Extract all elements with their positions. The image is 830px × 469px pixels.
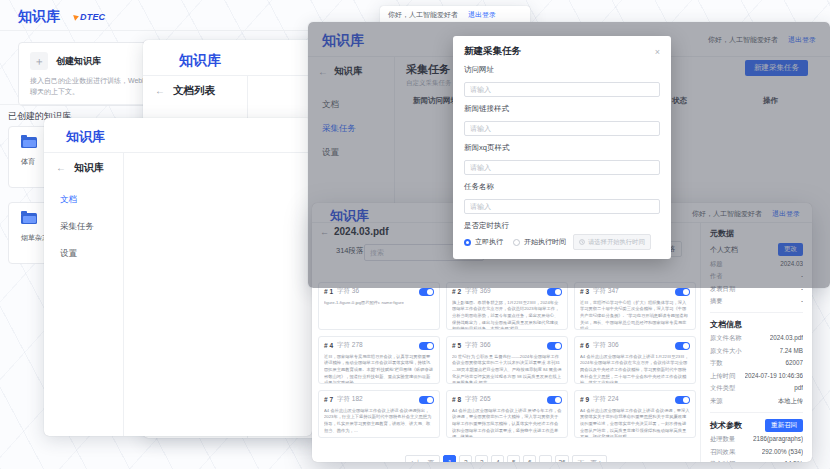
segment-chars: 字符 278 bbox=[337, 341, 419, 350]
schedule-label: 是否定时执行 bbox=[464, 221, 660, 231]
close-icon[interactable]: × bbox=[655, 47, 660, 57]
field-input-task-name[interactable] bbox=[464, 199, 660, 214]
segment-chars: 字符 224 bbox=[593, 395, 675, 404]
pagination-page-6[interactable]: 6 bbox=[523, 455, 536, 462]
window-kb-nav: 知识库 ← 知识库 文档 采集任务 设置 bbox=[44, 118, 312, 436]
sidebar-item-settings[interactable]: 设置 bbox=[60, 248, 77, 260]
segment-toggle[interactable] bbox=[675, 342, 690, 350]
field-label-detail-style: 新闻xq页样式 bbox=[464, 143, 660, 153]
datetime-picker[interactable]: 请选择开始执行时间 bbox=[573, 234, 651, 250]
segment-text: A4 会社志山发全国烟草工作会议上讲话 会议强调，要深入贯彻落实关于党的自我革命… bbox=[580, 407, 690, 438]
pagination-page-2[interactable]: 2 bbox=[459, 455, 472, 462]
segment-text: 近日，国家烟草专卖局党组召开会议，认真学习贯彻重要讲话精神，推动全国烟草工作会议… bbox=[324, 353, 434, 384]
recall-button[interactable]: 重新召回 bbox=[765, 419, 803, 432]
info-row: 来源本地上传 bbox=[710, 397, 803, 406]
field-label-link-style: 新闻链接样式 bbox=[464, 104, 660, 114]
logout-link[interactable]: 退出登录 bbox=[468, 11, 496, 18]
field-input-detail-style[interactable] bbox=[464, 160, 660, 175]
field-label-url: 访问网址 bbox=[464, 65, 660, 75]
datetime-placeholder: 请选择开始执行时间 bbox=[588, 238, 645, 247]
segment-card[interactable]: # 4字符 278近日，国家烟草专卖局党组召开会议，认真学习贯彻重要讲话精神，推… bbox=[318, 336, 440, 384]
segment-card[interactable]: # 5字符 36620 世纪行为 公职改量 监督先行——2024年全国烟草工作会… bbox=[446, 336, 568, 384]
new-task-modal: 新建采集任务 × 访问网址 新闻链接样式 新闻xq页样式 任务名称 是否定时执行… bbox=[453, 36, 671, 259]
segment-card[interactable]: # 3字符 347近日，党组理论学习中心组（扩大）组织集体学习，深入学习贯彻二十… bbox=[574, 282, 696, 330]
pagination-prev[interactable]: ‹ 上一页 bbox=[405, 455, 440, 462]
sidebar-item-docs[interactable]: 文档 bbox=[60, 194, 77, 206]
segment-toggle[interactable] bbox=[419, 342, 434, 350]
info-row: 文件类型pdf bbox=[710, 384, 803, 393]
segment-toggle[interactable] bbox=[675, 288, 690, 296]
radio-run-timed[interactable] bbox=[513, 239, 520, 246]
field-input-url[interactable] bbox=[464, 82, 660, 97]
info-row: 字数62007 bbox=[710, 359, 803, 368]
sidebar-divider bbox=[123, 153, 124, 436]
segment-toggle[interactable] bbox=[547, 342, 562, 350]
segment-card[interactable]: # 8字符 265A4 会社志山发全国烟草工作会议上讲话 展望今年工作，会议强调… bbox=[446, 390, 568, 438]
sidebar-item-tasks[interactable]: 采集任务 bbox=[60, 221, 94, 233]
pagination: ‹ 上一页 1 2 3 4 5 6 ••• 36 下一页 › bbox=[312, 455, 700, 462]
tech-row: 召回效果292.00% (534) bbox=[710, 448, 803, 457]
segment-index: # 6 bbox=[580, 342, 589, 349]
plus-icon: ＋ bbox=[30, 52, 48, 70]
back-arrow-icon[interactable]: ← bbox=[155, 85, 165, 96]
radio-run-now[interactable] bbox=[464, 239, 471, 246]
segment-text: A4 会社志山发全国烟草工作会议上讲话 1月22日至23日，2024年全国烟草工… bbox=[580, 353, 690, 384]
window-title: 知识库 bbox=[66, 128, 105, 146]
create-kb-title: 创建知识库 bbox=[56, 55, 101, 68]
segment-chars: 字符 36 bbox=[337, 287, 419, 296]
back-arrow-icon[interactable]: ← bbox=[56, 162, 66, 173]
panel-divider bbox=[710, 412, 803, 413]
modal-title: 新建采集任务 bbox=[464, 45, 521, 58]
pagination-ellipsis[interactable]: ••• bbox=[539, 455, 552, 462]
window-tasks: 知识库 你好，人工智能爱好者 退出登录 ← 知识库 文档 采集任务 设置 采集任… bbox=[308, 22, 830, 288]
segment-chars: 字符 369 bbox=[465, 287, 547, 296]
info-row: 上传时间2024-07-19 10:46:36 bbox=[710, 372, 803, 381]
segment-chars: 字符 306 bbox=[593, 341, 675, 350]
segment-card[interactable]: # 9字符 224A4 会社志山发全国烟草工作会议上讲话 会议强调，要深入贯彻落… bbox=[574, 390, 696, 438]
segment-text: 施上影视图。春耕备耕之际，1月22日至23日，2024年全国烟草工作会议在北京召… bbox=[452, 299, 562, 330]
segment-index: # 9 bbox=[580, 396, 589, 403]
radio-run-now-label[interactable]: 立即执行 bbox=[475, 237, 503, 247]
greeting-text: 你好，人工智能爱好者 bbox=[388, 11, 458, 18]
dtec-arrow-icon bbox=[73, 13, 80, 20]
segment-card[interactable]: # 2字符 369施上影视图。春耕备耕之际，1月22日至23日，2024年全国烟… bbox=[446, 282, 568, 330]
info-title: 文档信息 bbox=[710, 319, 803, 330]
field-label-task-name: 任务名称 bbox=[464, 182, 660, 192]
segment-index: # 4 bbox=[324, 342, 333, 349]
panel-divider bbox=[710, 312, 803, 313]
pagination-page-36[interactable]: 36 bbox=[555, 455, 568, 462]
tech-row: 处理数量2186(paragraphs) bbox=[710, 435, 803, 444]
segment-toggle[interactable] bbox=[419, 396, 434, 404]
folder-icon bbox=[21, 213, 37, 224]
kb-back-label[interactable]: 知识库 bbox=[74, 161, 104, 175]
info-row: 原文件名称2024.03.pdf bbox=[710, 334, 803, 343]
doc-list-back-label[interactable]: 文档列表 bbox=[173, 84, 215, 98]
pagination-page-3[interactable]: 3 bbox=[475, 455, 488, 462]
segment-text: 20 世纪行为 公职改量 监督先行——2024年全国烟草工作会议全面贯彻落实党的… bbox=[452, 353, 562, 384]
segment-text: figure-1-figure-0.jpg图片附件c name:figure bbox=[324, 299, 434, 306]
segment-card[interactable]: # 6字符 306A4 会社志山发全国烟草工作会议上讲话 1月22日至23日，2… bbox=[574, 336, 696, 384]
segment-index: # 2 bbox=[452, 288, 461, 295]
dtec-logo: DTEC bbox=[74, 12, 105, 22]
segment-index: # 5 bbox=[452, 342, 461, 349]
segment-index: # 1 bbox=[324, 288, 333, 295]
segment-card[interactable]: # 1字符 36figure-1-figure-0.jpg图片附件c name:… bbox=[318, 282, 440, 330]
segment-toggle[interactable] bbox=[547, 396, 562, 404]
segment-chars: 字符 182 bbox=[337, 395, 419, 404]
segment-toggle[interactable] bbox=[675, 396, 690, 404]
pagination-page-5[interactable]: 5 bbox=[507, 455, 520, 462]
pagination-page-4[interactable]: 4 bbox=[491, 455, 504, 462]
segment-card[interactable]: # 7字符 182A4 会社志山发全国烟草工作会议上讲话 会议强调指出，2023… bbox=[318, 390, 440, 438]
field-input-link-style[interactable] bbox=[464, 121, 660, 136]
segment-chars: 字符 366 bbox=[465, 341, 547, 350]
segment-toggle[interactable] bbox=[419, 288, 434, 296]
folder-icon bbox=[21, 137, 37, 148]
window-title: 知识库 bbox=[179, 52, 221, 70]
radio-run-timed-label[interactable]: 开始执行时间 bbox=[524, 237, 566, 247]
tech-title: 技术参数 bbox=[710, 420, 742, 431]
pagination-next[interactable]: 下一页 › bbox=[572, 455, 607, 462]
segment-toggle[interactable] bbox=[547, 288, 562, 296]
segment-chars: 字符 265 bbox=[465, 395, 547, 404]
divider bbox=[44, 152, 312, 153]
pagination-page-1[interactable]: 1 bbox=[443, 455, 456, 462]
